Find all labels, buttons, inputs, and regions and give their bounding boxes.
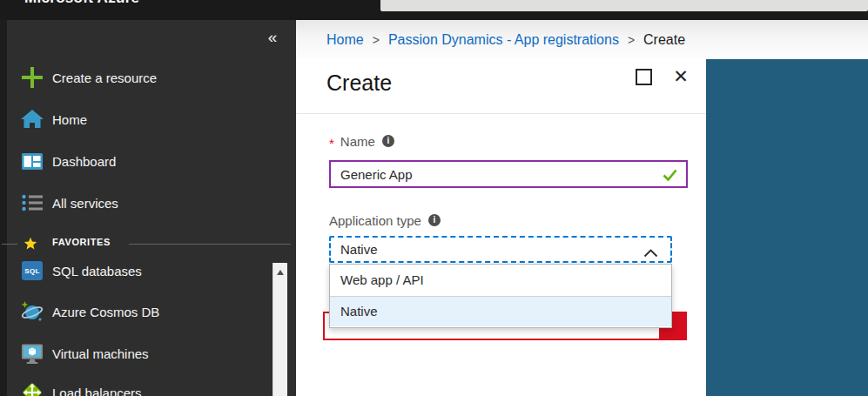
blade-header: Create ✕ [296, 59, 706, 114]
application-type-label-text: Application type [329, 213, 421, 228]
breadcrumb: Home > Passion Dynamics - App registrati… [326, 20, 685, 59]
name-label-text: Name [340, 134, 375, 149]
option-web-app-api[interactable]: Web app / API [330, 265, 671, 296]
background-blade [706, 59, 868, 396]
azure-portal-screen: Microsoft Azure « Create a resource Home [0, 0, 868, 396]
favorites-header: FAVORITES [0, 233, 296, 254]
chevron-right-icon: > [628, 33, 635, 47]
name-field-label: * Name i [329, 133, 394, 149]
cosmos-db-icon [21, 300, 44, 323]
close-icon[interactable]: ✕ [670, 65, 691, 88]
maximize-icon[interactable] [636, 69, 652, 85]
create-blade: Create ✕ * Name i Application type i Nat… [296, 59, 706, 396]
application-type-options-list: Web app / API Native [329, 264, 672, 328]
sidebar-item-label: Azure Cosmos DB [52, 305, 159, 319]
sidebar-item-label: Home [52, 112, 87, 127]
sidebar-item-dashboard[interactable]: Dashboard [0, 147, 270, 175]
application-type-dropdown[interactable]: Native [329, 236, 672, 263]
chevron-up-icon [643, 245, 658, 261]
info-icon[interactable]: i [382, 135, 394, 147]
sidebar-item-label: SQL databases [52, 264, 142, 279]
sidebar-item-virtual-machines[interactable]: Virtual machines [0, 339, 270, 368]
sidebar-item-home[interactable]: Home [0, 105, 270, 133]
sidebar-item-label: All services [52, 196, 118, 211]
sidebar-item-label: Virtual machines [52, 346, 149, 361]
favorites-divider [129, 244, 291, 245]
global-search-input[interactable] [380, 0, 868, 11]
star-icon [24, 237, 37, 254]
dropdown-selected-value: Native [340, 238, 378, 261]
sql-databases-icon: SQL [21, 259, 44, 282]
sidebar-item-azure-cosmos-db[interactable]: Azure Cosmos DB [0, 297, 270, 326]
breadcrumb-link-app-registrations[interactable]: Passion Dynamics - App registrations [388, 32, 619, 48]
all-services-icon [21, 191, 44, 214]
required-asterisk: * [329, 136, 334, 151]
scroll-up-icon[interactable] [277, 270, 284, 275]
sidebar-item-create-a-resource[interactable]: Create a resource [0, 64, 270, 91]
breadcrumb-link-home[interactable]: Home [326, 32, 364, 48]
plus-icon [21, 66, 44, 89]
breadcrumb-bar: Home > Passion Dynamics - App registrati… [296, 20, 868, 59]
application-type-field-label: Application type i [329, 212, 441, 228]
sidebar-item-label: Load balancers [52, 386, 142, 396]
sidebar-item-label: Create a resource [52, 70, 157, 85]
sidebar-collapse-icon[interactable]: « [261, 27, 284, 48]
favorites-header-label: FAVORITES [52, 237, 111, 247]
name-input-container [329, 160, 688, 188]
sidebar: « Create a resource Home Dashboa [0, 20, 296, 396]
sidebar-scrollbar[interactable] [273, 263, 287, 396]
favorites-divider [2, 244, 17, 245]
chevron-right-icon: > [373, 33, 380, 47]
sidebar-item-all-services[interactable]: All services [0, 189, 270, 217]
sidebar-item-sql-databases[interactable]: SQL SQL databases [0, 256, 270, 285]
virtual-machine-icon [21, 342, 44, 365]
sidebar-item-load-balancers[interactable]: Load balancers [0, 378, 270, 396]
sidebar-item-label: Dashboard [52, 154, 116, 169]
home-icon [21, 108, 44, 131]
name-input[interactable] [331, 162, 686, 186]
load-balancer-icon [21, 381, 44, 396]
blade-title: Create [326, 70, 392, 96]
info-icon[interactable]: i [428, 214, 441, 226]
azure-brand-logo[interactable]: Microsoft Azure [24, 0, 139, 7]
breadcrumb-current: Create [643, 32, 685, 48]
valid-check-icon [663, 169, 677, 185]
option-native[interactable]: Native [330, 296, 671, 326]
top-bar: Microsoft Azure [0, 0, 868, 20]
dashboard-icon [21, 150, 44, 172]
